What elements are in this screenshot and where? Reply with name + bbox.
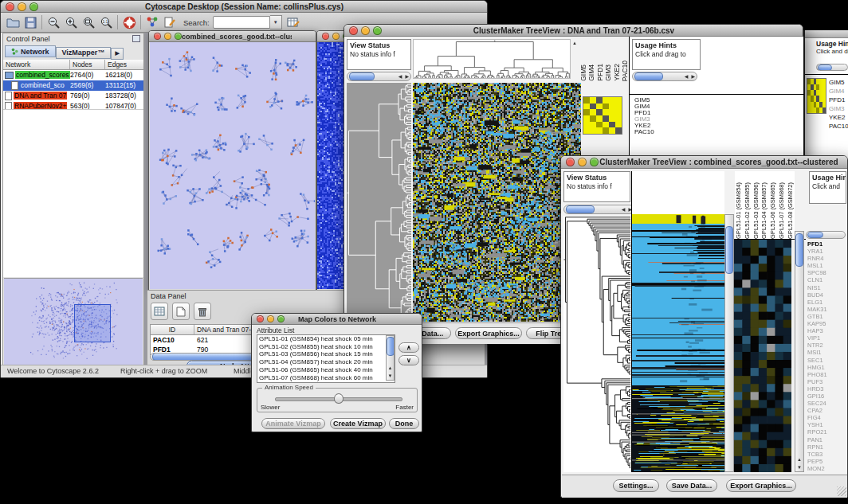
scroll-up-icon[interactable]: ▲ — [795, 455, 803, 463]
array-label[interactable]: GPL51-06 (GSM865) — [769, 182, 777, 239]
close-icon[interactable] — [349, 26, 358, 35]
map-colors-dialog[interactable]: Map Colors to Network Attribute List GPL… — [251, 313, 422, 432]
gene-label[interactable]: TCB3 — [807, 451, 846, 458]
tab-overflow-arrow[interactable]: ▶ — [111, 48, 123, 60]
global-heatmap-canvas[interactable] — [632, 214, 724, 472]
dna-zoom-hscrollbar[interactable]: ◀ ▶ — [632, 72, 697, 81]
zoom-fit-icon[interactable] — [80, 14, 96, 30]
minimize-icon[interactable] — [267, 315, 274, 322]
col-edges[interactable]: Edges — [105, 60, 143, 70]
close-icon[interactable] — [257, 315, 264, 322]
gene-label[interactable]: YKE2 — [829, 113, 848, 122]
delete-attribute-trash-icon[interactable] — [194, 303, 211, 320]
network-list-row[interactable]: combined_sco2569(6)13112(15) — [3, 80, 143, 91]
array-label[interactable]: GIM3 — [604, 64, 612, 81]
gene-label[interactable]: HAP3 — [807, 327, 846, 334]
gene-label[interactable]: RNR4 — [807, 255, 846, 262]
zoom-in-icon[interactable] — [63, 14, 79, 30]
scroll-right-icon[interactable]: ▶ — [403, 72, 410, 80]
close-icon[interactable] — [322, 33, 329, 40]
animate-vizmap-button[interactable]: Animate Vizmap — [261, 418, 325, 429]
gene-label[interactable]: PAC10 — [634, 129, 674, 135]
gene-label[interactable]: BUD4 — [807, 291, 846, 299]
window-controls[interactable] — [149, 33, 182, 40]
scroll-down-icon[interactable]: ▼ — [795, 463, 803, 471]
scroll-left-icon[interactable]: ◀ — [620, 205, 627, 213]
annotation-icon[interactable] — [162, 14, 178, 30]
gene-label[interactable]: NIS1 — [807, 284, 846, 291]
attrib-item[interactable]: GPL51-04 (GSM857) heat shock 20 min — [259, 358, 395, 366]
gene-list-hscrollbar[interactable] — [806, 231, 846, 239]
maximize-icon[interactable] — [277, 315, 285, 322]
scroll-down-icon[interactable]: ▼ — [387, 372, 395, 380]
attrib-item[interactable]: GPL51-06 (GSM865) heat shock 40 min — [259, 366, 395, 374]
gene-label[interactable]: KAP95 — [807, 320, 846, 327]
array-label[interactable]: GIM5 — [579, 64, 587, 81]
done-button[interactable]: Done — [389, 418, 419, 429]
combined-row-hscrollbar[interactable]: ◀ ▶ — [563, 205, 634, 214]
attribute-listbox[interactable]: GPL51-01 (GSM854) heat shock 05 minGPL51… — [257, 334, 395, 383]
gene-label[interactable]: VIP1 — [807, 334, 846, 342]
network-view-canvas[interactable] — [150, 42, 315, 289]
maximize-icon[interactable] — [373, 26, 382, 35]
gene-label[interactable]: HMG1 — [807, 364, 846, 371]
gene-label[interactable]: PUF3 — [807, 378, 846, 385]
gene-label[interactable]: GTB1 — [807, 313, 846, 320]
network-overview-panel[interactable] — [4, 278, 143, 365]
zoom-out-icon[interactable] — [45, 14, 61, 30]
gene-label[interactable]: PAC10 — [829, 122, 848, 131]
network-view-window[interactable]: combined_scores_good.txt--cluste... — [148, 30, 316, 291]
array-label[interactable]: GPL51-03 (GSM856) — [752, 182, 760, 239]
gene-label[interactable]: MSL1 — [807, 262, 846, 269]
move-up-button[interactable]: ∧ — [398, 342, 419, 353]
partial-hscrollbar[interactable] — [816, 64, 848, 71]
treeview-dna-titlebar[interactable]: ClusterMaker TreeView : DNA and Tran 07-… — [344, 25, 803, 37]
network-list-row[interactable]: DNA and Tran 07769(0)183728(0) — [3, 91, 143, 101]
tab-network[interactable]: Network — [5, 45, 56, 57]
col-nodes[interactable]: Nodes — [70, 60, 105, 70]
minimize-icon[interactable] — [361, 26, 370, 35]
scroll-up-icon[interactable]: ▲ — [387, 364, 395, 372]
settings-button[interactable]: Settings... — [613, 479, 659, 492]
attrib-item[interactable]: GPL51-02 (GSM855) heat shock 10 min — [259, 343, 395, 351]
array-label[interactable]: GPL51-01 (GSM854) — [735, 182, 743, 239]
gene-label[interactable]: GIM4 — [829, 87, 848, 96]
gene-label[interactable]: NTR2 — [807, 342, 846, 349]
gene-label[interactable]: MAK31 — [807, 306, 846, 313]
zoom-heatmap-canvas[interactable] — [734, 240, 791, 472]
gene-label[interactable]: GIM5 — [829, 78, 848, 87]
save-icon[interactable] — [22, 14, 38, 30]
maximize-icon[interactable] — [175, 33, 182, 40]
gene-label[interactable]: GPI16 — [807, 393, 846, 400]
gene-label[interactable]: MON2 — [807, 465, 846, 472]
minimize-icon[interactable] — [164, 33, 171, 40]
gene-dendrogram-canvas[interactable] — [563, 216, 630, 472]
combined-main-vscrollbar[interactable] — [724, 214, 734, 472]
window-controls[interactable] — [344, 26, 382, 35]
gene-label[interactable]: PFD1 — [829, 96, 848, 104]
maximize-icon[interactable] — [29, 2, 38, 11]
gene-label[interactable]: PEP5 — [807, 458, 846, 465]
gene-label[interactable]: YSH1 — [807, 421, 846, 428]
gene-label[interactable]: RPO21 — [807, 428, 846, 436]
gene-label[interactable]: FIG4 — [807, 414, 846, 421]
gene-label[interactable]: CPA2 — [807, 407, 846, 414]
main-titlebar[interactable]: Cytoscape Desktop (Session Name: collins… — [1, 1, 487, 13]
open-folder-icon[interactable] — [5, 14, 21, 30]
overview-selection-rect[interactable] — [74, 304, 111, 342]
help-lifering-icon[interactable] — [121, 14, 137, 30]
move-down-button[interactable]: ∨ — [398, 355, 419, 365]
gene-label[interactable]: SEC24 — [807, 400, 846, 407]
gene-label[interactable]: MSI1 — [807, 349, 846, 356]
search-dropdown-button[interactable]: ▼ — [270, 15, 282, 29]
window-controls[interactable] — [252, 315, 285, 322]
attrib-item[interactable]: GPL51-01 (GSM854) heat shock 05 min — [259, 335, 395, 343]
array-label[interactable]: GIM4 — [587, 64, 595, 81]
tab-vizmapper[interactable]: VizMapper™ — [56, 47, 112, 59]
gene-label[interactable]: SEC1 — [807, 357, 846, 364]
scroll-left-icon[interactable]: ◀ — [397, 72, 404, 80]
array-label[interactable]: GPL51-04 (GSM857) — [760, 182, 768, 239]
gene-label[interactable]: ELG1 — [807, 299, 846, 306]
close-icon[interactable] — [6, 2, 14, 11]
window-controls[interactable] — [1, 2, 38, 11]
